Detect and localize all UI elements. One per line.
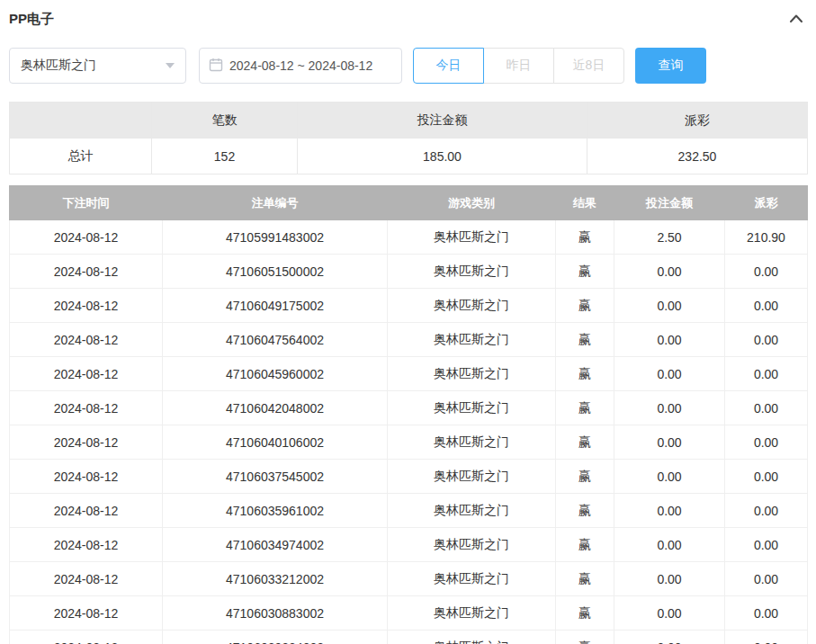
caret-down-icon	[166, 63, 175, 68]
table-cell-col-bet-id: 47106051500002	[163, 255, 388, 289]
last-8-days-button[interactable]: 近8日	[553, 48, 624, 84]
table-row: 2024-08-1247106034974002奥林匹斯之门赢0.000.00	[10, 528, 808, 562]
table-cell-col-game-type: 奥林匹斯之门	[388, 562, 556, 596]
table-cell-col-bet-amount: 2.50	[614, 220, 725, 255]
table-cell-col-bet-id: 47105991483002	[163, 220, 388, 255]
table-cell-col-payout: 0.00	[725, 494, 808, 528]
table-cell-col-bet-time: 2024-08-12	[10, 289, 163, 323]
table-cell-col-bet-amount: 0.00	[614, 596, 725, 631]
page-title: PP电子	[9, 11, 54, 28]
table-cell-col-payout: 0.00	[725, 289, 808, 323]
table-cell-col-bet-id: 47106029224002	[163, 631, 388, 644]
summary-total-payout: 232.50	[587, 139, 808, 174]
summary-header-count: 笔数	[152, 103, 298, 139]
table-cell-col-game-type: 奥林匹斯之门	[388, 357, 556, 391]
table-cell-col-game-type: 奥林匹斯之门	[388, 631, 556, 644]
table-cell-col-result: 赢	[556, 357, 614, 391]
summary-total-count: 152	[152, 139, 298, 174]
table-cell-col-bet-id: 47106042048002	[163, 391, 388, 425]
table-cell-col-game-type: 奥林匹斯之门	[388, 494, 556, 528]
table-cell-col-bet-id: 47106034974002	[163, 528, 388, 562]
yesterday-button[interactable]: 昨日	[483, 48, 554, 84]
table-cell-col-result: 赢	[556, 631, 614, 644]
bet-table-header-row: 下注时间注单编号游戏类别结果投注金额派彩	[10, 186, 808, 220]
table-cell-col-bet-amount: 0.00	[614, 391, 725, 425]
table-cell-col-game-type: 奥林匹斯之门	[388, 528, 556, 562]
table-cell-col-result: 赢	[556, 289, 614, 323]
table-cell-col-payout: 0.00	[725, 562, 808, 596]
table-cell-col-payout: 0.00	[725, 631, 808, 644]
table-row: 2024-08-1247106045960002奥林匹斯之门赢0.000.00	[10, 357, 808, 391]
table-row: 2024-08-1247106035961002奥林匹斯之门赢0.000.00	[10, 494, 808, 528]
table-cell-col-game-type: 奥林匹斯之门	[388, 289, 556, 323]
summary-header-bet-amount: 投注金额	[298, 103, 587, 139]
table-cell-col-bet-amount: 0.00	[614, 425, 725, 460]
table-cell-col-payout: 210.90	[725, 220, 808, 255]
summary-header-payout: 派彩	[587, 103, 808, 139]
table-cell-col-game-type: 奥林匹斯之门	[388, 255, 556, 289]
section-header: PP电子	[9, 5, 807, 35]
table-cell-col-bet-time: 2024-08-12	[10, 391, 163, 425]
bet-table-header-col-game-type: 游戏类别	[388, 186, 556, 220]
table-cell-col-bet-amount: 0.00	[614, 255, 725, 289]
table-cell-col-result: 赢	[556, 220, 614, 255]
table-row: 2024-08-1247106037545002奥林匹斯之门赢0.000.00	[10, 460, 808, 494]
summary-header-empty	[10, 103, 152, 139]
table-cell-col-game-type: 奥林匹斯之门	[388, 460, 556, 494]
collapse-button[interactable]	[785, 9, 807, 30]
bet-table-header-col-payout: 派彩	[725, 186, 808, 220]
bet-table-body: 2024-08-1247105991483002奥林匹斯之门赢2.50210.9…	[10, 220, 808, 644]
table-cell-col-payout: 0.00	[725, 357, 808, 391]
table-cell-col-bet-time: 2024-08-12	[10, 562, 163, 596]
game-select-value: 奥林匹斯之门	[21, 58, 96, 74]
pp-electronic-panel: PP电子 奥林匹斯之门 2024-08-12 ~ 2	[0, 0, 816, 644]
date-range-input[interactable]: 2024-08-12 ~ 2024-08-12	[199, 48, 402, 84]
table-cell-col-bet-time: 2024-08-12	[10, 460, 163, 494]
table-cell-col-result: 赢	[556, 255, 614, 289]
table-cell-col-bet-amount: 0.00	[614, 631, 725, 644]
summary-totals-row: 总计 152 185.00 232.50	[10, 139, 808, 174]
table-cell-col-bet-amount: 0.00	[614, 323, 725, 357]
table-cell-col-game-type: 奥林匹斯之门	[388, 425, 556, 460]
table-cell-col-result: 赢	[556, 460, 614, 494]
table-cell-col-game-type: 奥林匹斯之门	[388, 596, 556, 631]
table-cell-col-bet-id: 47106035961002	[163, 494, 388, 528]
table-cell-col-bet-time: 2024-08-12	[10, 494, 163, 528]
game-select[interactable]: 奥林匹斯之门	[9, 48, 186, 84]
table-cell-col-payout: 0.00	[725, 323, 808, 357]
bet-table-header-col-result: 结果	[556, 186, 614, 220]
table-cell-col-bet-id: 47106030883002	[163, 596, 388, 631]
table-cell-col-result: 赢	[556, 323, 614, 357]
table-row: 2024-08-1247106033212002奥林匹斯之门赢0.000.00	[10, 562, 808, 596]
today-button[interactable]: 今日	[413, 48, 484, 84]
table-cell-col-bet-amount: 0.00	[614, 289, 725, 323]
bet-table: 下注时间注单编号游戏类别结果投注金额派彩 2024-08-12471059914…	[9, 185, 808, 644]
table-cell-col-bet-id: 47106037545002	[163, 460, 388, 494]
date-range-value: 2024-08-12 ~ 2024-08-12	[229, 58, 372, 73]
filter-row: 奥林匹斯之门 2024-08-12 ~ 2024-08-12 今日 昨日 近8日…	[9, 48, 807, 84]
chevron-up-icon	[789, 13, 803, 26]
bet-table-header-col-bet-amount: 投注金额	[614, 186, 725, 220]
table-cell-col-payout: 0.00	[725, 528, 808, 562]
bet-table-header-col-bet-time: 下注时间	[10, 186, 163, 220]
bet-table-header-col-bet-id: 注单编号	[163, 186, 388, 220]
table-cell-col-payout: 0.00	[725, 391, 808, 425]
table-cell-col-payout: 0.00	[725, 425, 808, 460]
table-row: 2024-08-1247106029224002奥林匹斯之门赢0.000.00	[10, 631, 808, 644]
calendar-icon	[209, 58, 229, 75]
table-cell-col-result: 赢	[556, 391, 614, 425]
table-row: 2024-08-1247106049175002奥林匹斯之门赢0.000.00	[10, 289, 808, 323]
table-cell-col-bet-amount: 0.00	[614, 357, 725, 391]
table-cell-col-result: 赢	[556, 562, 614, 596]
table-cell-col-bet-id: 47106040106002	[163, 425, 388, 460]
table-cell-col-bet-time: 2024-08-12	[10, 220, 163, 255]
table-cell-col-bet-time: 2024-08-12	[10, 596, 163, 631]
summary-table: 笔数 投注金额 派彩 总计 152 185.00 232.50	[9, 102, 808, 174]
search-button[interactable]: 查询	[635, 48, 706, 84]
summary-total-label: 总计	[10, 139, 152, 174]
table-cell-col-bet-time: 2024-08-12	[10, 528, 163, 562]
table-row: 2024-08-1247106047564002奥林匹斯之门赢0.000.00	[10, 323, 808, 357]
table-cell-col-bet-amount: 0.00	[614, 528, 725, 562]
table-cell-col-result: 赢	[556, 494, 614, 528]
table-cell-col-payout: 0.00	[725, 460, 808, 494]
